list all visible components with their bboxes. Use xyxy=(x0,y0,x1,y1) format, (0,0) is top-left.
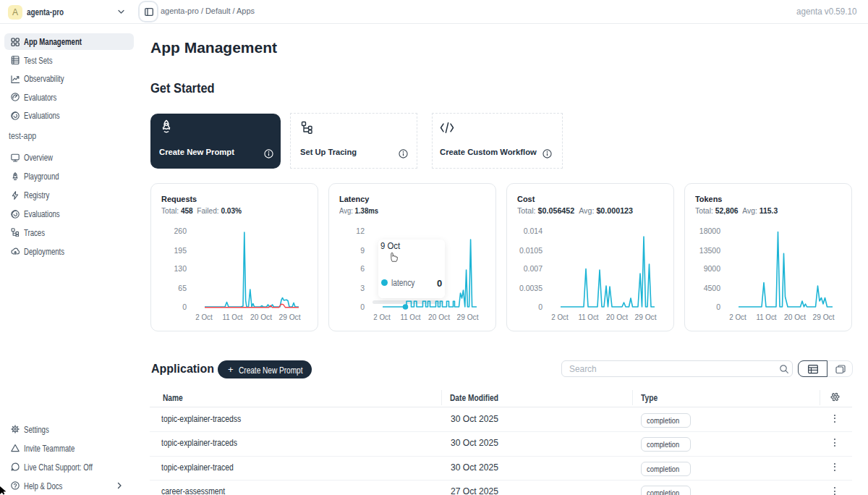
svg-text:13500: 13500 xyxy=(699,246,720,255)
svg-text:0: 0 xyxy=(360,302,365,311)
svg-text:65: 65 xyxy=(178,284,187,292)
svg-text:11 Oct: 11 Oct xyxy=(757,313,777,321)
svg-text:0.0035: 0.0035 xyxy=(519,284,542,292)
svg-text:195: 195 xyxy=(174,246,187,255)
svg-text:2 Oct: 2 Oct xyxy=(729,313,746,321)
svg-text:9: 9 xyxy=(360,246,365,255)
svg-text:11 Oct: 11 Oct xyxy=(579,313,599,321)
svg-text:260: 260 xyxy=(174,227,187,235)
svg-text:3: 3 xyxy=(360,284,365,292)
svg-text:0.0105: 0.0105 xyxy=(519,246,542,255)
svg-text:4500: 4500 xyxy=(704,284,721,292)
svg-text:0: 0 xyxy=(538,302,542,311)
svg-text:0: 0 xyxy=(182,302,187,311)
svg-text:2 Oct: 2 Oct xyxy=(373,313,391,321)
svg-text:0.014: 0.014 xyxy=(524,227,542,235)
svg-text:2 Oct: 2 Oct xyxy=(551,313,569,321)
svg-text:130: 130 xyxy=(174,264,187,273)
svg-text:0: 0 xyxy=(716,302,720,311)
svg-text:11 Oct: 11 Oct xyxy=(401,313,421,321)
svg-text:20 Oct: 20 Oct xyxy=(606,313,628,321)
svg-text:29 Oct: 29 Oct xyxy=(635,313,657,321)
svg-text:9000: 9000 xyxy=(704,264,721,273)
svg-text:12: 12 xyxy=(356,227,365,235)
svg-text:20 Oct: 20 Oct xyxy=(250,313,272,321)
svg-text:29 Oct: 29 Oct xyxy=(279,313,301,321)
svg-text:0.007: 0.007 xyxy=(524,264,542,273)
svg-text:2 Oct: 2 Oct xyxy=(195,313,213,321)
svg-text:18000: 18000 xyxy=(699,227,720,235)
svg-text:20 Oct: 20 Oct xyxy=(428,313,450,321)
svg-text:20 Oct: 20 Oct xyxy=(784,313,806,321)
svg-text:11 Oct: 11 Oct xyxy=(223,313,243,321)
svg-text:29 Oct: 29 Oct xyxy=(457,313,479,321)
svg-text:6: 6 xyxy=(360,264,365,273)
svg-text:29 Oct: 29 Oct xyxy=(813,313,835,321)
